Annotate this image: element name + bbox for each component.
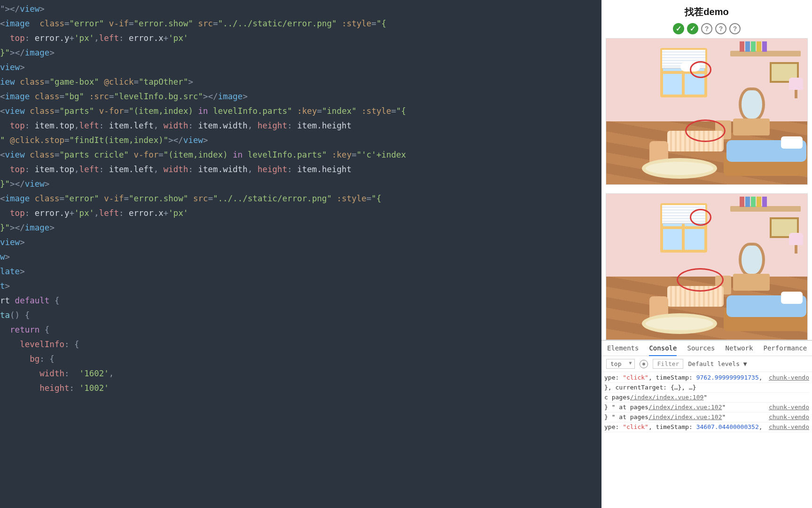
devtools-tab-network[interactable]: Network xyxy=(725,344,753,352)
log-source-link[interactable]: chunk-vendo xyxy=(769,403,809,412)
console-log-area[interactable]: ype: "click", timeStamp: 9762.9999999917… xyxy=(601,372,812,508)
game-box-top[interactable] xyxy=(606,38,808,185)
console-log-line[interactable]: c pages/index/index.vue:109" xyxy=(604,393,809,403)
progress-indicators: ✓✓??? xyxy=(601,23,812,38)
devtools-tab-console[interactable]: Console xyxy=(649,344,677,356)
log-source-link[interactable]: chunk-vendo xyxy=(769,423,809,431)
context-select[interactable]: top xyxy=(606,359,635,369)
devtools-panel: ElementsConsoleSourcesNetworkPerformance… xyxy=(601,340,812,508)
devtools-tab-performance[interactable]: Performance xyxy=(763,344,807,352)
console-log-line[interactable]: }, currentTarget: {…}, …} xyxy=(604,383,809,393)
console-log-line[interactable]: ype: "click", timeStamp: 34607.044000003… xyxy=(604,422,809,432)
live-expression-icon[interactable] xyxy=(640,360,648,368)
console-log-line[interactable]: } " at pages/index/index.vue:102"chunk-v… xyxy=(604,413,809,422)
difference-marker[interactable] xyxy=(690,209,711,226)
status-found-icon: ✓ xyxy=(673,23,684,34)
status-unknown-icon: ? xyxy=(715,23,726,34)
difference-marker[interactable] xyxy=(685,119,726,142)
code-editor[interactable]: "></view><image class="error" v-if="erro… xyxy=(0,0,601,508)
preview-pane: 找茬demo ✓✓??? ElementsConsoleSourcesNetwo… xyxy=(601,0,812,508)
console-log-line[interactable]: } " at pages/index/index.vue:102"chunk-v… xyxy=(604,403,809,413)
devtools-tabs: ElementsConsoleSourcesNetworkPerformance xyxy=(601,341,812,356)
filter-input[interactable]: Filter xyxy=(653,359,683,369)
status-found-icon: ✓ xyxy=(687,23,698,34)
log-levels-select[interactable]: Default levels ▼ xyxy=(688,360,747,367)
game-column xyxy=(601,38,812,340)
status-unknown-icon: ? xyxy=(701,23,712,34)
devtools-tab-sources[interactable]: Sources xyxy=(687,344,715,352)
game-box-bottom[interactable] xyxy=(606,193,808,340)
log-source-link[interactable]: chunk-vendo xyxy=(769,373,809,382)
console-log-line[interactable]: ype: "click", timeStamp: 9762.9999999917… xyxy=(604,373,809,383)
status-unknown-icon: ? xyxy=(729,23,741,34)
difference-marker[interactable] xyxy=(677,268,724,292)
log-source-link[interactable]: chunk-vendo xyxy=(769,413,809,421)
devtools-tab-elements[interactable]: Elements xyxy=(607,344,639,352)
page-title: 找茬demo xyxy=(601,0,812,23)
console-toolbar: top Filter Default levels ▼ xyxy=(601,356,812,372)
difference-marker[interactable] xyxy=(690,61,711,78)
